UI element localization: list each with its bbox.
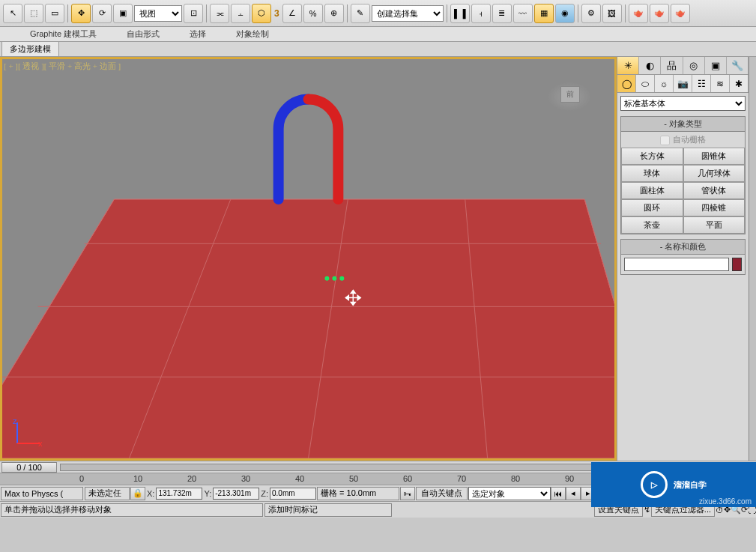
layers-icon[interactable]: ≣	[492, 4, 512, 23]
lock-selection-icon[interactable]: 🔒	[130, 487, 145, 500]
use-pivot-icon[interactable]: ⊡	[184, 4, 203, 23]
script-listener[interactable]: Max to Physcs (	[1, 487, 83, 500]
material-editor-icon[interactable]: ◉	[555, 4, 575, 23]
viewcube[interactable]: 前	[547, 82, 592, 112]
cone-button[interactable]: 圆锥体	[683, 148, 746, 165]
ref-coord-dropdown[interactable]: 视图	[134, 5, 182, 22]
teapot-button[interactable]: 茶壶	[621, 216, 683, 234]
display-tab-icon[interactable]: ▣	[705, 57, 727, 74]
snap-toggle-icon[interactable]: ⬡	[252, 4, 271, 23]
lights-icon[interactable]: ☼	[655, 75, 674, 92]
named-sel-edit-icon[interactable]: ✎	[351, 4, 370, 23]
goto-start-icon[interactable]: ⏮	[551, 487, 566, 500]
axis-tripod: zx	[13, 418, 43, 448]
prev-frame-icon[interactable]: ◂	[566, 487, 581, 500]
render-frame-icon[interactable]: 🖼	[602, 4, 622, 23]
prompize-height: 单击并拖动以选择并移动对象	[1, 503, 263, 517]
color-swatch[interactable]	[732, 258, 742, 271]
add-time-tag[interactable]: 添加时间标记	[264, 503, 392, 517]
main-toolbar: ↖ ⬚ ▭ ✥ ⟳ ▣ 视图 ⊡ ⫘ ⫠ ⬡ 3 ∠ % ⊕ ✎ 创建选择集 ▌…	[0, 0, 756, 27]
utilities-tab-icon[interactable]: 🔧	[727, 57, 749, 74]
autokey-button[interactable]: 自动关键点	[416, 487, 468, 500]
geometry-icon[interactable]: ◯	[617, 75, 636, 92]
sphere-button[interactable]: 球体	[621, 165, 683, 182]
key-filter-dropdown[interactable]: 选定对象	[468, 487, 551, 500]
snap-spinner[interactable]: 3	[273, 8, 281, 19]
grid-readout: 栅格 = 10.0mm	[317, 487, 399, 500]
align-icon[interactable]: ⫞	[471, 4, 491, 23]
cameras-icon[interactable]: 📷	[674, 75, 692, 92]
frame-slider[interactable]: 0 / 100	[1, 462, 57, 473]
category-dropdown[interactable]: 标准基本体	[620, 96, 746, 111]
svg-marker-0	[2, 199, 614, 458]
command-panel: ✳ ◐ 品 ◎ ▣ 🔧 ◯ ⬭ ☼ 📷 ☷ ≋ ✱ 标准基本体 对象类型 自动栅…	[617, 57, 749, 461]
torus-button[interactable]: 圆环	[621, 199, 683, 216]
render-setup-icon[interactable]: ⚙	[581, 4, 601, 23]
ribbon-subtabs: 多边形建模	[0, 42, 756, 57]
cursor-icon[interactable]: ↖	[3, 4, 22, 23]
motion-tab-icon[interactable]: ◎	[683, 57, 705, 74]
teapot-icon[interactable]: 🫖	[671, 4, 690, 23]
z-coord-input[interactable]	[270, 488, 316, 500]
box-button[interactable]: 长方体	[621, 148, 683, 165]
systems-icon[interactable]: ✱	[730, 75, 749, 92]
unlink-icon[interactable]: ⫠	[231, 4, 250, 23]
spinner-snap-icon[interactable]: ⊕	[324, 4, 344, 23]
quick-render-icon[interactable]: 🫖	[629, 4, 648, 23]
svg-text:z: z	[13, 418, 17, 425]
object-name-input[interactable]	[624, 258, 729, 271]
cylinder-button[interactable]: 圆柱体	[621, 182, 683, 199]
percent-snap-icon[interactable]: %	[303, 4, 323, 23]
svg-point-11	[339, 276, 344, 281]
rollout-namecolor[interactable]: 名称和颜色	[621, 240, 745, 255]
curve-editor-icon[interactable]: 〰	[513, 4, 533, 23]
panel-scroll[interactable]	[749, 57, 756, 461]
plane-button[interactable]: 平面	[683, 216, 746, 234]
pyramid-button[interactable]: 四棱锥	[683, 199, 746, 216]
select-region-icon[interactable]: ⬚	[24, 4, 43, 23]
helpers-icon[interactable]: ☷	[692, 75, 711, 92]
tube-button[interactable]: 管状体	[683, 182, 746, 199]
spacewarps-icon[interactable]: ≋	[711, 75, 730, 92]
geosphere-button[interactable]: 几何球体	[683, 165, 746, 182]
select-rect-icon[interactable]: ▭	[45, 4, 64, 23]
angle-snap-icon[interactable]: ∠	[282, 4, 302, 23]
x-coord-input[interactable]	[156, 488, 202, 500]
render-preset-icon[interactable]: 🫖	[650, 4, 669, 23]
ribbon-freeform[interactable]: 自由形式	[127, 28, 160, 40]
rotate-icon[interactable]: ⟳	[92, 4, 112, 23]
viewport-scene	[2, 70, 614, 458]
create-tab-icon[interactable]: ✳	[617, 57, 639, 74]
shapes-icon[interactable]: ⬭	[636, 75, 655, 92]
selection-status: 未选定任	[85, 487, 130, 500]
ribbon-tabs: Graphite 建模工具 自由形式 选择 对象绘制	[0, 27, 756, 42]
hierarchy-tab-icon[interactable]: 品	[661, 57, 683, 74]
ribbon-graphite[interactable]: Graphite 建模工具	[30, 28, 97, 40]
mirror-icon[interactable]: ▌▐	[450, 4, 470, 23]
svg-point-9	[324, 276, 329, 281]
move-icon[interactable]: ✥	[71, 4, 91, 23]
modify-tab-icon[interactable]: ◐	[639, 57, 661, 74]
svg-point-10	[332, 276, 336, 281]
key-mode-icon[interactable]: 🗝	[400, 487, 415, 500]
ribbon-objpaint[interactable]: 对象绘制	[236, 28, 269, 40]
scale-icon[interactable]: ▣	[113, 4, 133, 23]
schematic-icon[interactable]: ▦	[534, 4, 554, 23]
tab-polymodel[interactable]: 多边形建模	[1, 41, 59, 56]
svg-text:x: x	[38, 439, 43, 448]
watermark-badge: ▷ 溜溜自学 zixue.3d66.com	[591, 462, 756, 507]
perspective-viewport[interactable]: [ + ][ 透视 ][ 平滑 + 高光 + 边面 ]	[0, 57, 617, 461]
y-coord-input[interactable]	[213, 488, 259, 500]
ribbon-select[interactable]: 选择	[190, 28, 206, 40]
named-selset-dropdown[interactable]: 创建选择集	[372, 5, 444, 22]
play-logo-icon: ▷	[641, 471, 668, 498]
rollout-objtype[interactable]: 对象类型	[621, 117, 745, 132]
autogrid-row: 自动栅格	[621, 132, 745, 148]
autogrid-checkbox	[660, 136, 670, 145]
select-link-icon[interactable]: ⫘	[210, 4, 229, 23]
